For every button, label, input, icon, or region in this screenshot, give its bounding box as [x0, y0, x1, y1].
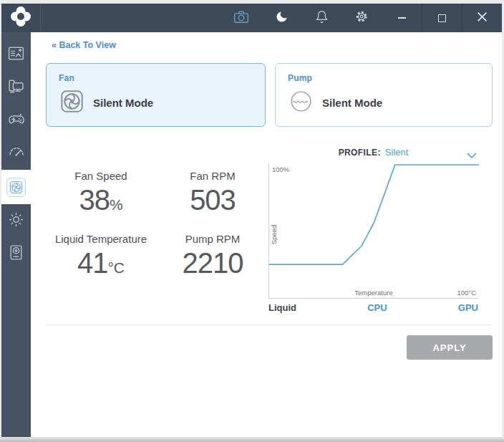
fan-curve-chart[interactable]: 100% Speed Temperature 100°C [268, 163, 478, 299]
sidebar-item-pc-specs[interactable] [1, 71, 31, 104]
tab-gpu[interactable]: GPU [458, 302, 478, 313]
fan-curve-line [269, 165, 479, 264]
profile-label: PROFILE: [339, 148, 381, 158]
settings-button[interactable] [341, 4, 382, 32]
sidebar-item-cooling[interactable] [1, 170, 31, 204]
fan-curve-panel: PROFILE:Silent 100% Speed Temperature 10… [268, 145, 478, 313]
cam-logo-icon [10, 6, 32, 30]
game-controller-icon [7, 110, 26, 131]
app-window: « Back To View Fan Silent Mode [0, 0, 504, 442]
dashboard-icon [7, 44, 25, 65]
app-logo[interactable] [1, 4, 41, 32]
chevron-down-icon[interactable] [467, 149, 477, 162]
x-axis-label: Temperature [269, 289, 478, 297]
profile-value: Silent [385, 147, 409, 158]
sidebar-item-storage[interactable] [1, 237, 31, 270]
pc-monitor-icon [7, 77, 25, 98]
notifications-button[interactable] [301, 4, 341, 32]
stat-fan-speed: Fan Speed 38% [43, 170, 159, 233]
close-button[interactable] [462, 4, 502, 32]
camera-icon [233, 10, 249, 27]
fan-mode-card[interactable]: Fan Silent Mode [46, 63, 266, 127]
pump-mode-label: Silent Mode [322, 97, 382, 109]
fan-mode-label: Silent Mode [93, 97, 153, 109]
tab-cpu[interactable]: CPU [367, 302, 387, 313]
x-axis-max-label: 100°C [457, 289, 476, 297]
main-content: « Back To View Fan Silent Mode [31, 32, 502, 437]
sidebar-item-performance[interactable] [1, 137, 31, 170]
sensor-tabs: Liquid CPU GPU [268, 302, 478, 313]
gauge-icon [7, 143, 26, 164]
tab-liquid[interactable]: Liquid [268, 302, 296, 313]
minimize-icon [398, 17, 406, 19]
stats-grid: Fan Speed 38% Fan RPM 503 Liquid Tempera… [43, 170, 266, 296]
pump-icon [288, 88, 314, 117]
stat-pump-rpm: Pump RPM 2210 [159, 233, 266, 296]
close-icon [478, 11, 487, 24]
pump-card-title: Pump [288, 73, 480, 83]
divider [46, 325, 493, 325]
moon-icon [275, 10, 289, 27]
sun-icon [7, 211, 25, 231]
dark-mode-button[interactable] [261, 4, 301, 32]
fan-icon [59, 88, 85, 117]
titlebar [1, 4, 502, 32]
fan-card-title: Fan [59, 73, 253, 83]
drive-disc-icon [7, 244, 25, 264]
cooling-fan-icon [6, 178, 26, 197]
profile-selector[interactable]: PROFILE:Silent [268, 145, 478, 161]
screenshot-camera-button[interactable] [221, 4, 261, 32]
apply-button[interactable]: APPLY [407, 335, 493, 360]
maximize-icon [438, 14, 446, 22]
bell-icon [315, 10, 329, 27]
stat-fan-rpm: Fan RPM 503 [159, 170, 266, 233]
maximize-button[interactable] [422, 4, 462, 32]
minimize-button[interactable] [382, 4, 422, 32]
pump-mode-card[interactable]: Pump Silent Mode [275, 63, 493, 127]
sidebar [1, 32, 31, 437]
gear-icon [354, 9, 369, 27]
sidebar-item-lighting[interactable] [1, 204, 31, 237]
back-to-view-link[interactable]: « Back To View [52, 40, 116, 50]
stat-liquid-temperature: Liquid Temperature 41°C [43, 233, 159, 296]
sidebar-item-dashboard[interactable] [1, 38, 31, 71]
sidebar-item-games[interactable] [1, 104, 31, 137]
